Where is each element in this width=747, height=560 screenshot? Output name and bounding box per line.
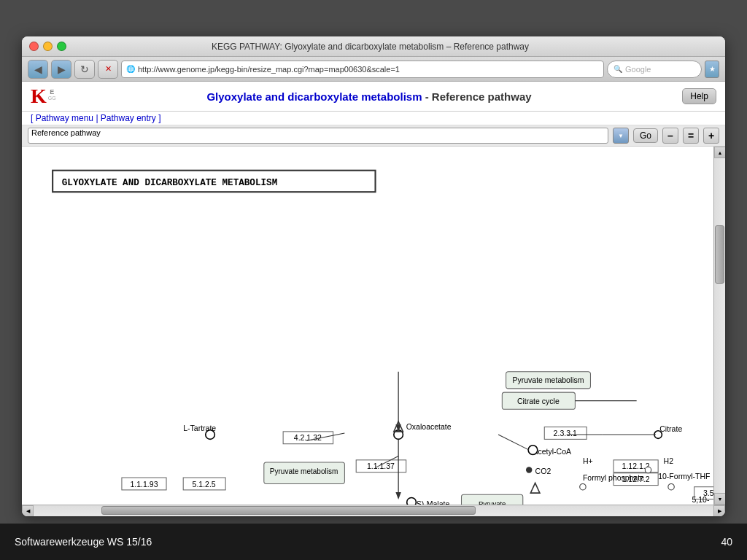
pathway-canvas[interactable]: GLYOXYLATE AND DICARBOXYLATE METABOLISM … <box>22 147 713 505</box>
scroll-down-icon: ▼ <box>718 497 723 502</box>
nav-links: [ Pathway menu | Pathway entry ] <box>22 112 725 125</box>
svg-text:H+: H+ <box>583 456 593 465</box>
svg-text:1.1.1.93: 1.1.1.93 <box>130 480 158 489</box>
nav-links-text[interactable]: [ Pathway menu | Pathway entry ] <box>31 113 161 123</box>
kegg-logo: K E GG <box>31 86 56 106</box>
back-icon: ◀ <box>34 63 42 75</box>
scrollbar-track <box>714 158 725 493</box>
zoom-reset-button[interactable]: = <box>683 128 699 144</box>
svg-text:Citrate cycle: Citrate cycle <box>517 397 560 405</box>
window-title: KEGG PATHWAY: Glyoxylate and dicarboxyla… <box>66 42 674 52</box>
svg-point-117 <box>580 483 586 489</box>
scrollbar-vertical[interactable]: ▲ ▼ <box>713 147 725 505</box>
scroll-right-button[interactable]: ▶ <box>713 505 725 517</box>
close-button[interactable] <box>29 42 39 51</box>
pathway-title-text: Glyoxylate and dicarboxylate metabolism … <box>206 90 531 103</box>
title-bar: KEGG PATHWAY: Glyoxylate and dicarboxyla… <box>22 36 725 57</box>
pathway-select[interactable]: Reference pathway <box>28 128 608 144</box>
scrollbar-h-thumb[interactable] <box>101 506 476 515</box>
reload-button[interactable]: ↻ <box>74 60 95 79</box>
svg-text:Citrate: Citrate <box>659 424 682 433</box>
maximize-button[interactable] <box>57 42 66 51</box>
dropdown-arrow[interactable]: ▼ <box>613 128 629 144</box>
help-button[interactable]: Help <box>682 88 716 104</box>
svg-text:10-Formyl-THF: 10-Formyl-THF <box>658 472 710 481</box>
scroll-right-icon: ▶ <box>718 508 721 514</box>
scrollbar-horizontal[interactable]: ◀ ▶ <box>22 505 725 516</box>
pathway-select-value: Reference pathway <box>31 128 101 137</box>
svg-text:4.2.1.32: 4.2.1.32 <box>294 434 322 443</box>
scrollbar-h-track <box>34 505 713 516</box>
url-bar[interactable]: 🌐 http://www.genome.jp/kegg-bin/resize_m… <box>121 61 604 78</box>
minimize-button[interactable] <box>43 42 53 51</box>
svg-point-102 <box>206 430 215 440</box>
svg-point-118 <box>645 467 651 472</box>
search-placeholder: Google <box>625 65 651 74</box>
url-text: http://www.genome.jp/kegg-bin/resize_map… <box>138 65 400 74</box>
browser-toolbar: ◀ ▶ ↻ ✕ 🌐 http://www.genome.jp/kegg-bin/… <box>22 57 725 82</box>
content-area: GLYOXYLATE AND DICARBOXYLATE METABOLISM … <box>22 147 725 505</box>
svg-text:Formyl phosphate: Formyl phosphate <box>583 473 644 482</box>
forward-button[interactable]: ▶ <box>51 60 71 79</box>
zoom-out-button[interactable]: – <box>662 128 678 144</box>
bookmark-button[interactable]: ★ <box>705 61 719 78</box>
svg-text:Pyruvate metabolism: Pyruvate metabolism <box>512 376 584 385</box>
svg-point-101 <box>407 497 417 505</box>
svg-text:5,10-: 5,10- <box>692 495 710 504</box>
reload-icon: ↻ <box>80 63 89 75</box>
svg-text:5.1.2.5: 5.1.2.5 <box>193 480 216 489</box>
stop-icon: ✕ <box>105 64 112 74</box>
search-bar[interactable]: 🔍 Google <box>607 61 702 78</box>
scroll-up-icon: ▲ <box>718 150 723 155</box>
course-label: Softwarewerkzeuge WS 15/16 <box>15 536 152 548</box>
svg-text:Oxaloacetate: Oxaloacetate <box>406 422 452 431</box>
svg-point-119 <box>668 483 674 489</box>
scrollbar-thumb[interactable] <box>715 225 724 284</box>
browser-window: KEGG PATHWAY: Glyoxylate and dicarboxyla… <box>22 36 725 516</box>
go-button[interactable]: Go <box>633 128 658 143</box>
page-number: 40 <box>721 536 732 548</box>
zoom-in-button[interactable]: + <box>703 128 719 144</box>
forward-icon: ▶ <box>58 63 66 75</box>
svg-text:Pyruvate metabolism: Pyruvate metabolism <box>270 467 338 475</box>
pathway-title: Glyoxylate and dicarboxylate metabolism … <box>56 90 683 103</box>
dropdown-icon: ▼ <box>618 133 624 139</box>
diagram-title: GLYOXYLATE AND DICARBOXYLATE METABOLISM <box>62 177 277 188</box>
svg-rect-0 <box>22 157 713 494</box>
svg-text:2.3.3.1: 2.3.3.1 <box>554 429 577 438</box>
pathway-diagram: GLYOXYLATE AND DICARBOXYLATE METABOLISM … <box>22 147 713 505</box>
svg-text:Acetyl-CoA: Acetyl-CoA <box>533 447 571 456</box>
window-controls <box>29 42 66 51</box>
page-header: K E GG Glyoxylate and dicarboxylate meta… <box>22 82 725 112</box>
scroll-up-button[interactable]: ▲ <box>714 147 725 158</box>
svg-point-100 <box>528 446 538 455</box>
scroll-left-icon: ◀ <box>26 508 30 514</box>
scroll-left-button[interactable]: ◀ <box>22 505 34 517</box>
stop-button[interactable]: ✕ <box>98 60 118 79</box>
bookmark-icon: ★ <box>709 65 716 73</box>
svg-text:Pyruvate: Pyruvate <box>479 499 506 505</box>
back-button[interactable]: ◀ <box>28 60 48 79</box>
kegg-logo-k: K <box>31 86 47 106</box>
svg-text:(S)-Malate: (S)-Malate <box>414 499 449 505</box>
svg-point-116 <box>526 467 532 472</box>
scroll-down-button[interactable]: ▼ <box>714 493 725 505</box>
slide-footer: Softwarewerkzeuge WS 15/16 40 <box>0 524 747 560</box>
svg-text:H2: H2 <box>664 456 674 465</box>
controls-bar: Reference pathway ▼ Go – = + <box>22 125 725 147</box>
svg-text:1.1.1.37: 1.1.1.37 <box>367 462 395 470</box>
svg-text:CO2: CO2 <box>535 467 551 475</box>
